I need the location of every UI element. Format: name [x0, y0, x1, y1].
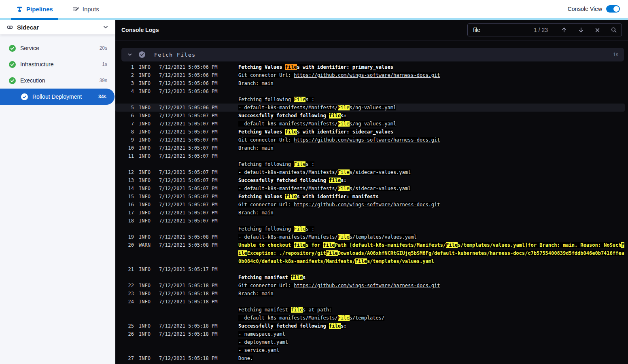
log-row[interactable]: 2INFO7/12/2021 5:05:06 PMGit connector U… [115, 71, 625, 79]
console-view-toggle[interactable] [606, 5, 620, 13]
log-text: Successfully fetched following [238, 178, 329, 183]
log-row[interactable]: 21INFO7/12/2021 5:05:17 PM [115, 265, 625, 273]
log-row[interactable]: Fetching manifest files at path: [115, 306, 625, 314]
log-row[interactable]: 27INFO7/12/2021 5:05:18 PMDone. [115, 354, 625, 362]
log-link[interactable]: https://github.com/wings-software/harnes… [294, 202, 440, 207]
step-list: Service20sInfrastructure1sExecution39sRo… [0, 34, 115, 105]
clear-search-icon[interactable] [595, 28, 600, 33]
log-row[interactable]: 10INFO7/12/2021 5:05:07 PMBranch: main [115, 144, 625, 152]
log-row[interactable]: 4INFO7/12/2021 5:05:06 PM [115, 87, 625, 95]
sidebar-item-execution[interactable]: Execution39s [0, 72, 115, 89]
log-row[interactable]: - default-k8s-manifests/Manifests/Files/… [115, 314, 625, 322]
log-row[interactable]: Fetching following Files : [115, 95, 625, 104]
log-row[interactable]: 19INFO7/12/2021 5:05:08 PM- default-k8s-… [115, 233, 625, 241]
sidebar-item-infrastructure[interactable]: Infrastructure1s [0, 56, 115, 72]
chevron-down-icon[interactable] [102, 24, 109, 30]
log-row[interactable]: 26INFO7/12/2021 5:05:18 PM- namespace.ya… [115, 330, 625, 338]
log-timestamp: 7/12/2021 5:05:06 PM [159, 87, 233, 95]
log-line-number: 24 [121, 298, 134, 306]
log-row[interactable]: 9INFO7/12/2021 5:05:07 PMGit connector U… [115, 136, 625, 144]
status-success-icon [9, 45, 16, 52]
log-link[interactable]: https://github.com/wings-software/harnes… [294, 72, 440, 78]
tab-inputs-label: Inputs [83, 6, 99, 13]
next-match-icon[interactable] [578, 27, 584, 33]
log-message: Successfully fetched following files: [238, 176, 625, 184]
log-row[interactable]: 23INFO7/12/2021 5:05:18 PMBranch: main [115, 290, 625, 298]
log-text: s: [341, 323, 346, 329]
log-level: INFO [139, 112, 154, 120]
log-row[interactable]: Fetching following Files : [115, 225, 625, 233]
previous-match-icon[interactable] [561, 27, 567, 33]
log-row[interactable]: 13INFO7/12/2021 5:05:07 PMSuccessfully f… [115, 176, 625, 184]
log-row[interactable]: 14INFO7/12/2021 5:05:07 PM- default-k8s-… [115, 184, 625, 193]
status-success-icon [21, 93, 28, 100]
console-header: Console Logs 1 / 23 [115, 20, 628, 40]
log-row[interactable]: 5INFO7/12/2021 5:05:06 PM- default-k8s-m… [115, 104, 625, 112]
log-link[interactable]: https://github.com/wings-software/harnes… [294, 137, 440, 143]
search-icon[interactable] [611, 27, 617, 33]
log-level: INFO [139, 233, 154, 241]
log-text: Branch: main [238, 145, 274, 151]
search-input[interactable] [472, 26, 534, 34]
search-match: File [294, 226, 306, 232]
sidebar-item-label: Execution [20, 77, 45, 84]
log-row[interactable]: Fetching following Files : [115, 160, 625, 168]
log-row[interactable]: 20WARN7/12/2021 5:05:08 PMUnable to chec… [115, 241, 625, 265]
log-row[interactable]: 11INFO7/12/2021 5:05:07 PM [115, 152, 625, 160]
log-timestamp: 7/12/2021 5:05:07 PM [159, 120, 233, 128]
log-text: s: [341, 113, 346, 119]
log-text: s : [306, 97, 314, 102]
log-row[interactable]: 17INFO7/12/2021 5:05:07 PMBranch: main [115, 209, 625, 217]
sidebar-item-rollout-deployment[interactable]: Rollout Deployment34s [0, 89, 115, 105]
log-body: 1INFO7/12/2021 5:05:06 PMFetching Values… [115, 63, 628, 362]
search-match: file [291, 275, 303, 280]
log-text: s/ng-values.yaml [350, 105, 397, 110]
search-match: file [323, 242, 335, 248]
log-line-number: 22 [121, 281, 134, 290]
log-text: Git connector Url: [238, 72, 294, 78]
log-group-fetch-files[interactable]: Fetch Files 1s [121, 48, 624, 61]
log-row[interactable]: 24INFO7/12/2021 5:05:18 PM [115, 298, 625, 306]
sidebar-item-duration: 34s [98, 94, 106, 99]
log-message: Fetching following Files : [238, 225, 625, 233]
search-match: File [355, 258, 367, 264]
log-row[interactable]: 6INFO7/12/2021 5:05:07 PMSuccessfully fe… [115, 112, 625, 120]
log-level: INFO [139, 290, 154, 298]
log-row[interactable]: - deployment.yaml [115, 338, 625, 346]
log-row[interactable]: 8INFO7/12/2021 5:05:07 PMFetching Values… [115, 128, 625, 136]
log-row[interactable]: 18INFO7/12/2021 5:05:07 PM [115, 217, 625, 225]
log-search-box: 1 / 23 [467, 23, 622, 36]
log-line-number: 12 [121, 168, 134, 176]
log-row[interactable]: Fetching manifest files [115, 273, 625, 281]
log-row[interactable]: 22INFO7/12/2021 5:05:18 PMGit connector … [115, 281, 625, 290]
tab-pipelines[interactable]: Pipelines [16, 6, 53, 13]
log-timestamp: 7/12/2021 5:05:07 PM [159, 209, 233, 217]
step-success-icon [139, 51, 145, 58]
log-row[interactable]: 12INFO7/12/2021 5:05:07 PM- default-k8s-… [115, 168, 625, 176]
log-text: Path [default-k8s-manifests/Manifests/ [335, 242, 446, 248]
log-message: Git connector Url: https://github.com/wi… [238, 71, 625, 79]
sidebar-item-duration: 39s [100, 78, 107, 83]
log-line-number: 4 [121, 87, 134, 95]
log-level [139, 338, 154, 346]
sidebar-item-service[interactable]: Service20s [0, 40, 115, 56]
log-level [139, 346, 154, 354]
log-row[interactable]: - service.yaml [115, 346, 625, 354]
log-timestamp [159, 314, 233, 322]
log-row[interactable]: 1INFO7/12/2021 5:05:06 PMFetching Values… [115, 63, 625, 71]
log-level: INFO [139, 354, 154, 362]
log-line-number [121, 306, 134, 314]
log-row[interactable]: 16INFO7/12/2021 5:05:07 PMGit connector … [115, 201, 625, 209]
collapse-chevron-icon[interactable] [127, 52, 133, 57]
tab-inputs[interactable]: Inputs [72, 6, 99, 13]
stage-header-sidecar[interactable]: Sidecar [0, 20, 115, 34]
log-level: INFO [139, 128, 154, 136]
log-link[interactable]: https://github.com/wings-software/harnes… [294, 283, 440, 288]
log-row[interactable]: 15INFO7/12/2021 5:05:07 PMFetching Value… [115, 193, 625, 201]
log-timestamp [159, 273, 233, 281]
log-row[interactable]: 25INFO7/12/2021 5:05:18 PMSuccessfully f… [115, 322, 625, 330]
log-row[interactable]: 7INFO7/12/2021 5:05:07 PM- default-k8s-m… [115, 120, 625, 128]
log-line-number: 2 [121, 71, 134, 79]
log-row[interactable]: 3INFO7/12/2021 5:05:06 PMBranch: main [115, 79, 625, 87]
search-match: File [338, 186, 350, 191]
